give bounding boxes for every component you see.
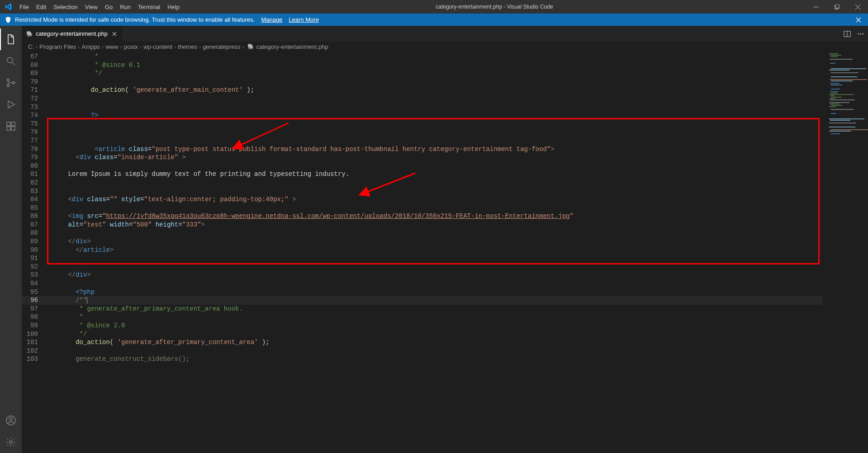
- svg-point-4: [7, 79, 9, 81]
- accounts-icon[interactable]: [0, 410, 22, 431]
- svg-rect-10: [11, 122, 15, 126]
- manage-link[interactable]: Manage: [261, 16, 282, 23]
- breadcrumb-seg[interactable]: wp-content: [143, 43, 172, 50]
- minimize-button[interactable]: [806, 0, 826, 14]
- split-editor-icon[interactable]: [844, 30, 851, 38]
- run-debug-icon[interactable]: [0, 94, 22, 115]
- menu-help[interactable]: Help: [164, 0, 183, 14]
- menu-terminal[interactable]: Terminal: [134, 0, 164, 14]
- explorer-icon[interactable]: [0, 28, 22, 50]
- close-info-bar-icon[interactable]: [854, 17, 863, 23]
- breadcrumb-seg[interactable]: C:: [28, 43, 34, 50]
- source-control-icon[interactable]: [0, 72, 22, 94]
- activity-bar: [0, 26, 22, 453]
- breadcrumb[interactable]: C:› Program Files› Ampps› www› postx› wp…: [22, 42, 868, 52]
- learn-more-link[interactable]: Learn More: [289, 16, 318, 23]
- menu-edit[interactable]: Edit: [33, 0, 50, 14]
- title-bar: File Edit Selection View Go Run Terminal…: [0, 0, 868, 14]
- menu-view[interactable]: View: [81, 0, 101, 14]
- svg-point-17: [860, 33, 862, 34]
- breadcrumb-seg[interactable]: postx: [124, 43, 138, 50]
- breadcrumb-seg[interactable]: category-entertainment.php: [256, 43, 328, 50]
- breadcrumb-seg[interactable]: generatepress: [203, 43, 240, 50]
- shield-icon: [5, 16, 12, 24]
- svg-rect-0: [814, 7, 819, 7]
- tab-label: category-entertainment.php: [36, 30, 108, 37]
- vscode-logo: [0, 3, 16, 10]
- close-button[interactable]: [847, 0, 868, 14]
- more-actions-icon[interactable]: [857, 30, 864, 38]
- breadcrumb-seg[interactable]: Ampps: [82, 43, 100, 50]
- breadcrumb-seg[interactable]: themes: [178, 43, 197, 50]
- tab-file[interactable]: 🐘 category-entertainment.php: [22, 26, 123, 42]
- menu-bar: File Edit Selection View Go Run Terminal…: [16, 0, 183, 14]
- extensions-icon[interactable]: [0, 115, 22, 137]
- editor-area: 🐘 category-entertainment.php C:› Program…: [22, 26, 868, 453]
- php-file-icon: 🐘: [26, 31, 33, 37]
- minimap[interactable]: [823, 52, 868, 453]
- restricted-mode-text: Restricted Mode is intended for safe cod…: [15, 16, 255, 23]
- svg-point-5: [7, 85, 9, 87]
- restricted-mode-bar: Restricted Mode is intended for safe cod…: [0, 14, 868, 26]
- svg-point-18: [863, 33, 864, 34]
- search-icon[interactable]: [0, 50, 22, 72]
- svg-rect-2: [835, 5, 839, 8]
- maximize-button[interactable]: [826, 0, 847, 14]
- menu-file[interactable]: File: [16, 0, 33, 14]
- menu-selection[interactable]: Selection: [50, 0, 81, 14]
- breadcrumb-seg[interactable]: www: [105, 43, 118, 50]
- code-content[interactable]: * * @since 0.1 */ do_action( 'generate_a…: [45, 52, 823, 453]
- svg-point-6: [13, 82, 15, 84]
- line-gutter: 6768697071727374757677787980818283848586…: [22, 52, 45, 453]
- window-title: category-entertainment.php - Visual Stud…: [183, 4, 806, 10]
- code-editor[interactable]: 6768697071727374757677787980818283848586…: [22, 52, 868, 453]
- svg-point-16: [858, 33, 859, 34]
- svg-point-3: [7, 57, 13, 63]
- breadcrumb-seg[interactable]: Program Files: [39, 43, 76, 50]
- settings-gear-icon[interactable]: [0, 431, 22, 453]
- svg-rect-8: [7, 127, 10, 130]
- svg-point-12: [9, 418, 12, 420]
- svg-rect-7: [7, 122, 10, 126]
- tab-bar: 🐘 category-entertainment.php: [22, 26, 868, 42]
- close-tab-icon[interactable]: [110, 30, 119, 38]
- menu-run[interactable]: Run: [116, 0, 134, 14]
- svg-rect-9: [11, 127, 15, 130]
- window-controls: [806, 0, 868, 14]
- svg-point-13: [9, 441, 12, 444]
- php-file-icon: 🐘: [247, 43, 254, 50]
- menu-go[interactable]: Go: [101, 0, 116, 14]
